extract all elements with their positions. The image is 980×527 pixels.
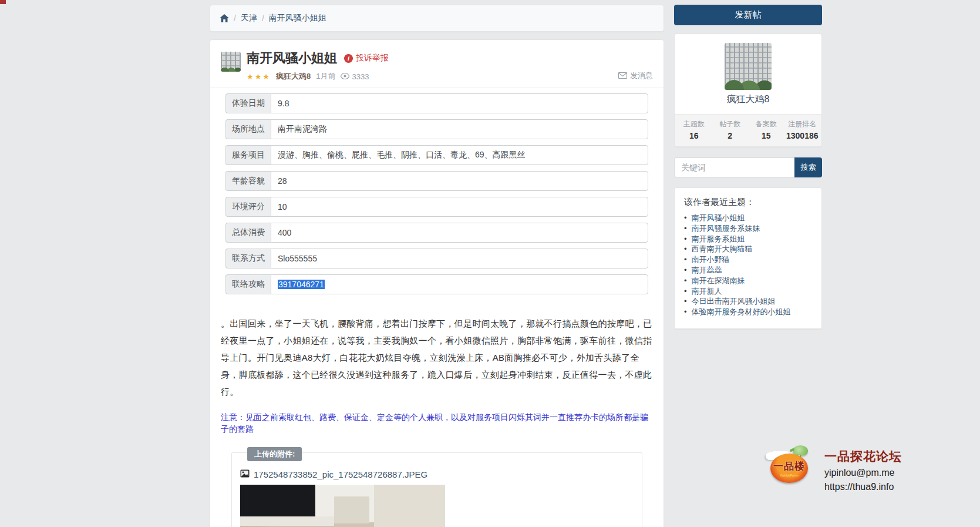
recent-topic-item: • 南开服务系姐姐 bbox=[684, 236, 812, 243]
image-file-icon bbox=[240, 469, 250, 479]
attachment-photo[interactable] bbox=[240, 485, 445, 527]
post-header: 南开风骚小姐姐 i 投诉举报 ★★★ 疯狂大鸡8 1月前 3333 bbox=[210, 40, 664, 88]
author-profile-card: 疯狂大鸡8 主题数 16 帖子数 2 备案数 15 注册排 bbox=[674, 33, 822, 147]
field-row: 年龄容貌 28 bbox=[225, 171, 648, 191]
recent-topic-item: • 体验南开服务身材好的小姐姐 bbox=[684, 308, 812, 316]
post-author[interactable]: 疯狂大鸡8 bbox=[276, 71, 311, 82]
view-count: 3333 bbox=[352, 72, 369, 81]
bullet-icon: • bbox=[684, 246, 687, 253]
field-label: 场所地点 bbox=[225, 119, 271, 139]
site-url: https://thua9.info bbox=[824, 482, 902, 492]
recent-topic-link[interactable]: 体验南开服务身材好的小姐姐 bbox=[692, 308, 791, 316]
new-post-button[interactable]: 发新帖 bbox=[674, 5, 822, 25]
recent-topic-link[interactable]: 西青南开大胸猫猫 bbox=[692, 246, 753, 253]
recent-topic-link[interactable]: 南开服务系姐姐 bbox=[692, 236, 745, 243]
logo-text: 一品楼 bbox=[773, 459, 805, 473]
bullet-icon: • bbox=[684, 288, 687, 296]
breadcrumb-item-city[interactable]: 天津 bbox=[241, 13, 257, 24]
field-label: 年龄容貌 bbox=[225, 171, 271, 191]
sidebar: 发新帖 疯狂大鸡8 主题数 16 帖子数 2 备案数 15 bbox=[674, 0, 822, 329]
field-value[interactable]: 南开南泥湾路 bbox=[271, 119, 648, 139]
post-notice-text: 注意：见面之前索取红包、路费、保证金、定金等的个人兼职，以及对服务项目闪烁其词并… bbox=[210, 400, 664, 435]
field-value[interactable]: 10 bbox=[271, 197, 648, 217]
field-list: 体验日期 9.8 场所地点 南开南泥湾路 服务项目 漫游、胸推、偷桃、屁推、毛推… bbox=[210, 88, 664, 294]
field-label: 环境评分 bbox=[225, 197, 271, 217]
stat-value: 1300186 bbox=[784, 131, 821, 140]
recent-topic-item: • 西青南开大胸猫猫 bbox=[684, 246, 812, 253]
search-bar: 搜索 bbox=[674, 157, 822, 177]
info-circle-icon: i bbox=[344, 54, 353, 63]
stat-label: 帖子数 bbox=[712, 119, 749, 129]
stat-item: 主题数 16 bbox=[676, 119, 712, 140]
stat-item: 帖子数 2 bbox=[712, 119, 749, 140]
breadcrumb-item-current[interactable]: 南开风骚小姐姐 bbox=[269, 13, 326, 24]
attachment-file-name: 1752548733852_pic_1752548726887.JPEG bbox=[254, 469, 427, 479]
corner-artifact bbox=[0, 0, 6, 4]
field-label: 联络攻略 bbox=[225, 274, 271, 294]
field-value[interactable]: Slo555555 bbox=[271, 249, 648, 268]
attachment-file-link[interactable]: 1752548733852_pic_1752548726887.JPEG bbox=[240, 469, 634, 479]
stat-label: 注册排名 bbox=[784, 119, 821, 129]
bullet-icon: • bbox=[684, 267, 687, 274]
post-avatar[interactable] bbox=[221, 52, 241, 72]
field-value[interactable]: 9.8 bbox=[271, 93, 648, 113]
site-logo: 一品楼 YipinlouForum bbox=[769, 447, 809, 484]
recent-topic-link[interactable]: 南开新人 bbox=[692, 288, 722, 296]
recent-topics-list: • 南开风骚小姐姐 • 南开风骚服务系妹妹 • 南开服务系姐姐 • 西青南开大胸… bbox=[684, 214, 812, 316]
envelope-icon bbox=[618, 72, 627, 80]
bullet-icon: • bbox=[684, 256, 687, 264]
field-row: 场所地点 南开南泥湾路 bbox=[225, 119, 648, 139]
send-message-button[interactable]: 发消息 bbox=[618, 71, 653, 81]
site-name: 一品探花论坛 bbox=[824, 448, 902, 465]
send-message-label: 发消息 bbox=[630, 71, 653, 81]
site-brand: 一品楼 YipinlouForum 一品探花论坛 yipinlou@pm.me … bbox=[769, 447, 902, 492]
recent-topics-title: 该作者最近主题： bbox=[684, 197, 812, 208]
post-card: 南开风骚小姐姐 i 投诉举报 ★★★ 疯狂大鸡8 1月前 3333 bbox=[210, 39, 664, 527]
recent-topic-item: • 南开风骚服务系妹妹 bbox=[684, 225, 812, 233]
recent-topic-link[interactable]: 南开在探湖南妹 bbox=[692, 277, 745, 285]
bullet-icon: • bbox=[684, 298, 687, 306]
report-link[interactable]: i 投诉举报 bbox=[344, 53, 389, 63]
field-row: 服务项目 漫游、胸推、偷桃、屁推、毛推、阴推、口活、毒龙、69、高跟黑丝 bbox=[225, 145, 648, 165]
stat-label: 备案数 bbox=[748, 119, 784, 129]
stat-label: 主题数 bbox=[676, 119, 712, 129]
breadcrumb: / 天津 / 南开风骚小姐姐 bbox=[210, 5, 664, 32]
recent-topic-link[interactable]: 南开小野猫 bbox=[692, 256, 730, 264]
field-value[interactable]: 28 bbox=[271, 171, 648, 191]
bullet-icon: • bbox=[684, 225, 687, 233]
field-value[interactable]: 3917046271 bbox=[271, 274, 648, 294]
field-label: 体验日期 bbox=[225, 93, 271, 113]
home-icon[interactable] bbox=[220, 14, 229, 23]
author-avatar[interactable] bbox=[725, 43, 772, 90]
search-button[interactable]: 搜索 bbox=[794, 157, 822, 177]
recent-topic-link[interactable]: 南开风骚小姐姐 bbox=[692, 214, 745, 222]
field-row: 环境评分 10 bbox=[225, 197, 648, 217]
field-value[interactable]: 漫游、胸推、偷桃、屁推、毛推、阴推、口活、毒龙、69、高跟黑丝 bbox=[271, 145, 648, 165]
field-label: 联系方式 bbox=[225, 249, 271, 268]
recent-topic-item: • 南开小野猫 bbox=[684, 256, 812, 264]
recent-topics-card: 该作者最近主题： • 南开风骚小姐姐 • 南开风骚服务系妹妹 • 南开服务系姐姐 bbox=[674, 187, 822, 329]
site-email: yipinlou@pm.me bbox=[824, 468, 902, 478]
post-title: 南开风骚小姐姐 bbox=[247, 49, 337, 67]
logo-subtext: YipinlouForum bbox=[780, 474, 799, 477]
field-value[interactable]: 400 bbox=[271, 223, 648, 243]
recent-topic-link[interactable]: 南开风骚服务系妹妹 bbox=[692, 225, 760, 233]
field-row: 联系方式 Slo555555 bbox=[225, 249, 648, 268]
recent-topic-item: • 南开风骚小姐姐 bbox=[684, 214, 812, 222]
report-label: 投诉举报 bbox=[356, 53, 389, 63]
bullet-icon: • bbox=[684, 277, 687, 285]
stat-item: 备案数 15 bbox=[748, 119, 784, 140]
eye-icon bbox=[341, 72, 349, 81]
post-body-text: 。出国回来，坐了一天飞机，腰酸背痛，想着出门按摩下，但是时间太晚了，那就不行搞点… bbox=[210, 300, 664, 400]
recent-topic-link[interactable]: 今日出击南开风骚小姐姐 bbox=[692, 298, 776, 306]
recent-topic-link[interactable]: 南开蕊蕊 bbox=[692, 267, 722, 274]
search-input[interactable] bbox=[674, 157, 794, 177]
recent-topic-item: • 南开在探湖南妹 bbox=[684, 277, 812, 285]
star-rating-icon: ★★★ bbox=[247, 72, 271, 81]
post-time: 1月前 bbox=[316, 71, 335, 82]
recent-topic-item: • 今日出击南开风骚小姐姐 bbox=[684, 298, 812, 306]
author-username[interactable]: 疯狂大鸡8 bbox=[675, 93, 821, 114]
main-column: / 天津 / 南开风骚小姐姐 南开风骚小姐姐 i 投诉举报 ★★★ 疯狂大鸡8 … bbox=[210, 0, 664, 527]
field-row: 联络攻略 3917046271 bbox=[225, 274, 648, 294]
bullet-icon: • bbox=[684, 236, 687, 243]
